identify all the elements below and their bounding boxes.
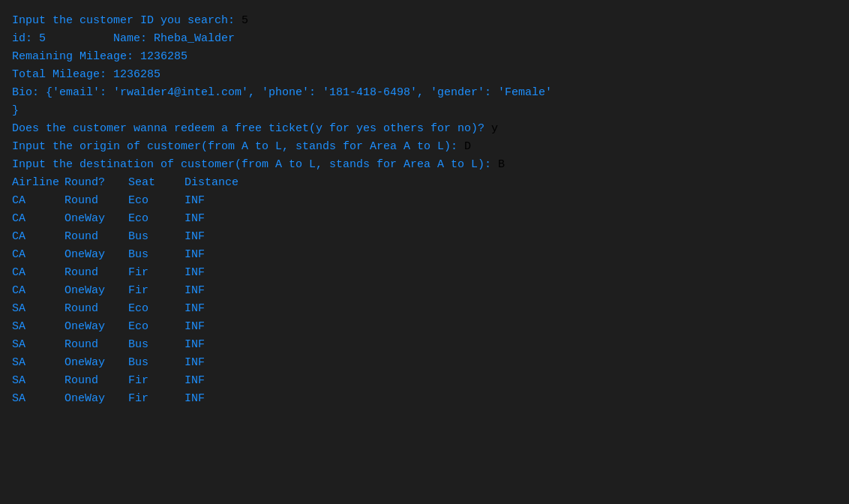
cell-distance: INF	[184, 228, 205, 246]
input-destination: B	[498, 158, 505, 171]
cell-airline: CA	[12, 246, 64, 264]
cell-seat: Eco	[128, 318, 184, 336]
cell-distance: INF	[184, 390, 205, 408]
cell-round: OneWay	[64, 246, 128, 264]
cell-seat: Fir	[128, 390, 184, 408]
cell-distance: INF	[184, 192, 205, 210]
cell-airline: SA	[12, 372, 64, 390]
line-destination-prompt: Input the destination of customer(from A…	[12, 156, 837, 174]
cell-distance: INF	[184, 336, 205, 354]
cell-seat: Eco	[128, 300, 184, 318]
cell-airline: SA	[12, 336, 64, 354]
cell-airline: SA	[12, 318, 64, 336]
cell-seat: Fir	[128, 264, 184, 282]
cell-distance: INF	[184, 264, 205, 282]
line-total-mileage: Total Mileage: 1236285	[12, 66, 837, 84]
cell-distance: INF	[184, 300, 205, 318]
cell-distance: INF	[184, 282, 205, 300]
cell-round: OneWay	[64, 318, 128, 336]
line-remaining-mileage: Remaining Mileage: 1236285	[12, 48, 837, 66]
input-origin: D	[464, 140, 471, 153]
cell-seat: Eco	[128, 192, 184, 210]
table-row: SA OneWay Eco INF	[12, 318, 837, 336]
cell-airline: CA	[12, 228, 64, 246]
cell-round: Round	[64, 300, 128, 318]
line-id-name: id: 5 Name: Rheba_Walder	[12, 30, 837, 48]
cell-round: OneWay	[64, 210, 128, 228]
table-row: CA OneWay Eco INF	[12, 210, 837, 228]
cell-seat: Fir	[128, 372, 184, 390]
cell-round: OneWay	[64, 390, 128, 408]
cell-distance: INF	[184, 246, 205, 264]
table-row: CA OneWay Fir INF	[12, 282, 837, 300]
cell-airline: CA	[12, 264, 64, 282]
table-row: CA Round Eco INF	[12, 192, 837, 210]
line-bio: Bio: {'email': 'rwalder4@intel.com', 'ph…	[12, 84, 837, 102]
cell-seat: Bus	[128, 336, 184, 354]
cell-distance: INF	[184, 210, 205, 228]
cell-distance: INF	[184, 354, 205, 372]
input-redeem: y	[491, 122, 498, 135]
flight-table: CA Round Eco INF CA OneWay Eco INF CA Ro…	[12, 192, 837, 408]
cell-round: OneWay	[64, 282, 128, 300]
table-row: SA Round Bus INF	[12, 336, 837, 354]
cell-seat: Fir	[128, 282, 184, 300]
table-header-row: Airline Round? Seat Distance	[12, 174, 837, 192]
table-row: SA Round Eco INF	[12, 300, 837, 318]
cell-round: Round	[64, 192, 128, 210]
cell-round: Round	[64, 372, 128, 390]
cell-airline: CA	[12, 192, 64, 210]
cell-seat: Bus	[128, 246, 184, 264]
cell-seat: Eco	[128, 210, 184, 228]
cell-airline: SA	[12, 354, 64, 372]
cell-distance: INF	[184, 372, 205, 390]
cell-distance: INF	[184, 318, 205, 336]
cell-round: Round	[64, 336, 128, 354]
table-row: CA Round Fir INF	[12, 264, 837, 282]
cell-airline: SA	[12, 390, 64, 408]
table-row: CA OneWay Bus INF	[12, 246, 837, 264]
table-row: SA Round Fir INF	[12, 372, 837, 390]
line-origin-prompt: Input the origin of customer(from A to L…	[12, 138, 837, 156]
cell-airline: CA	[12, 282, 64, 300]
cell-airline: CA	[12, 210, 64, 228]
cell-airline: SA	[12, 300, 64, 318]
terminal-window: Input the customer ID you search: 5 id: …	[12, 12, 837, 408]
line-bio-close: }	[12, 102, 837, 120]
col-header-airline: Airline	[12, 174, 64, 192]
table-row: SA OneWay Bus INF	[12, 354, 837, 372]
table-row: CA Round Bus INF	[12, 228, 837, 246]
cell-round: Round	[64, 264, 128, 282]
line-redeem-prompt: Does the customer wanna redeem a free ti…	[12, 120, 837, 138]
input-customer-id: 5	[242, 14, 248, 27]
col-header-seat: Seat	[128, 174, 184, 192]
cell-round: OneWay	[64, 354, 128, 372]
col-header-round: Round?	[64, 174, 128, 192]
cell-round: Round	[64, 228, 128, 246]
cell-seat: Bus	[128, 354, 184, 372]
line-customer-id-prompt: Input the customer ID you search: 5	[12, 12, 837, 30]
cell-seat: Bus	[128, 228, 184, 246]
table-row: SA OneWay Fir INF	[12, 390, 837, 408]
col-header-distance: Distance	[184, 174, 238, 192]
